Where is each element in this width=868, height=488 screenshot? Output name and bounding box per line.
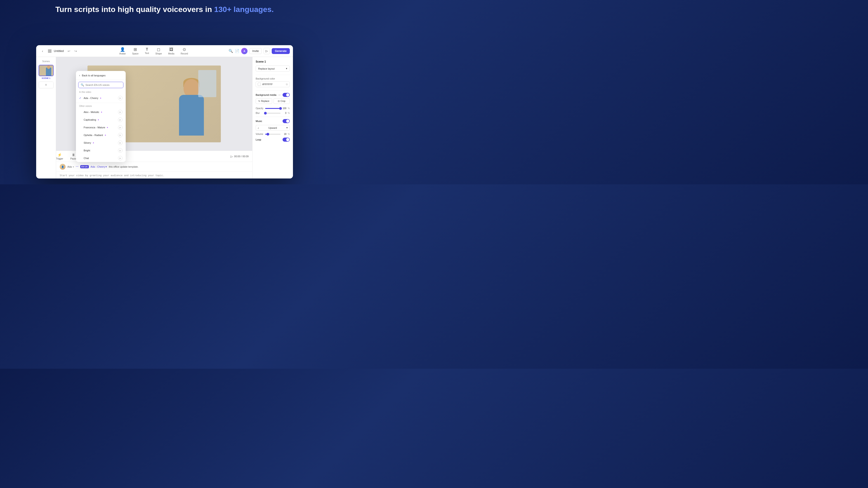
toolbar-space[interactable]: ⊞ Space xyxy=(132,47,138,55)
play-voice-chat[interactable]: ▷ xyxy=(118,156,123,160)
scene-1-thumbnail[interactable] xyxy=(39,65,54,76)
replace-button[interactable]: ↻ Replace xyxy=(256,98,272,104)
volume-slider[interactable] xyxy=(265,134,281,135)
media-actions: ↻ Replace ⊡ Crop xyxy=(256,98,290,104)
play-timeline-icon[interactable]: ▷ xyxy=(230,155,233,158)
replace-layout-dropdown[interactable]: Replace layout ▾ xyxy=(256,66,290,72)
user-avatar[interactable]: A xyxy=(241,48,248,54)
play-voice-ada-cheery[interactable]: ▷ xyxy=(118,96,123,100)
ai-star-icon: ✦ xyxy=(97,119,99,121)
loop-toggle[interactable] xyxy=(283,138,290,142)
preview-play-button[interactable]: ▷ xyxy=(264,48,270,54)
blur-slider[interactable] xyxy=(265,113,281,113)
hero-text-prefix: Turn scripts into high quality voiceover… xyxy=(55,5,214,13)
toolbar-media[interactable]: 🖼 Media xyxy=(168,47,174,55)
opacity-label: Opacity xyxy=(256,107,264,109)
opacity-row: Opacity 100 % xyxy=(256,107,290,109)
music-track-dropdown[interactable]: ♪ Upward ▾ xyxy=(256,125,290,131)
check-placeholder: ✓ xyxy=(79,126,82,129)
voice-item-chat[interactable]: ✓ Chat ▷ xyxy=(76,154,126,162)
voice-search-box[interactable]: 🔍 xyxy=(78,82,123,88)
ada-selector[interactable]: Ada ▾ xyxy=(67,165,74,168)
trigger-label: Trigger xyxy=(56,158,63,160)
main-layout: Scenes SCENE 1 + ‹ Back to all xyxy=(36,57,293,178)
check-icon: ✓ xyxy=(79,96,82,100)
toolbar-record-label: Record xyxy=(181,53,188,55)
search-button[interactable]: 🔍 xyxy=(228,49,233,53)
play-voice-captivating[interactable]: ▷ xyxy=(118,118,123,122)
check-placeholder: ✓ xyxy=(79,118,82,121)
replace-layout-label: Replace layout xyxy=(258,67,275,70)
music-toggle[interactable] xyxy=(283,119,290,123)
generate-button[interactable]: Generate xyxy=(272,48,290,54)
invite-button[interactable]: Invite xyxy=(249,48,262,54)
play-voice-ophelia[interactable]: ▷ xyxy=(118,133,123,137)
opacity-slider[interactable] xyxy=(265,108,281,109)
text-icon: T xyxy=(146,47,148,52)
redo-button[interactable]: ↪ xyxy=(73,48,79,54)
toolbar-shape-label: Shape xyxy=(155,53,162,55)
scene-1-name: SCENE 1 xyxy=(41,77,51,79)
menu-icon[interactable] xyxy=(48,50,52,53)
crop-icon: ⊡ xyxy=(278,100,280,102)
volume-thumb[interactable] xyxy=(267,133,269,135)
blur-unit: % xyxy=(288,112,290,114)
ada-name: Ada xyxy=(67,165,72,168)
title-bar: ‹ Untitled ↩ ↪ 👤 Avatar ⊞ Space T Text xyxy=(36,45,293,57)
back-button[interactable]: ‹ xyxy=(39,48,46,54)
scene-title: Scene 1 xyxy=(256,60,290,63)
divider xyxy=(256,90,290,91)
voice-item-alex[interactable]: ✓ Alex - Melodic ✦ ▷ xyxy=(76,108,126,116)
toolbar-text[interactable]: T Text xyxy=(145,47,149,55)
play-voice-alex[interactable]: ▷ xyxy=(118,110,123,114)
play-voice-silvery[interactable]: ▷ xyxy=(118,140,123,145)
trigger-button[interactable]: ⚡ Trigger xyxy=(56,153,63,160)
volume-label: Volume xyxy=(256,133,264,135)
script-avatar: 👤 xyxy=(60,164,66,170)
voice-search-input[interactable] xyxy=(86,84,121,86)
voice-item-ophelia[interactable]: ✓ Ophelia - Radiant ✦ ▷ xyxy=(76,131,126,139)
check-placeholder: ✓ xyxy=(79,141,82,144)
play-voice-francesca[interactable]: ▷ xyxy=(118,125,123,130)
color-copy-icon: ⧉ xyxy=(286,83,288,86)
record-icon: ⊙ xyxy=(183,47,186,52)
toolbar-record[interactable]: ⊙ Record xyxy=(181,47,188,55)
undo-button[interactable]: ↩ xyxy=(66,48,72,54)
lang-badge: EN-US xyxy=(80,165,89,168)
bg-color-input[interactable]: #FFFFFF ⧉ xyxy=(256,81,290,87)
voice-item-captivating[interactable]: ✓ Captivating ✦ ▷ xyxy=(76,116,126,124)
divider xyxy=(256,75,290,75)
back-languages-label: Back to all languages xyxy=(82,74,105,77)
blur-thumb[interactable] xyxy=(264,112,267,115)
voice-item-francesca[interactable]: ✓ Francesca - Mature ✦ ▷ xyxy=(76,124,126,131)
replace-icon: ↻ xyxy=(258,100,260,102)
voice-chevron: ▾ xyxy=(105,165,107,168)
ai-star-icon: ✦ xyxy=(101,111,102,113)
selected-voice-name: Ada - Cheery xyxy=(91,165,105,168)
bg-media-label: Background media xyxy=(256,94,276,96)
crop-button[interactable]: ⊡ Crop xyxy=(274,98,290,104)
voice-item-silvery[interactable]: ✓ Silvery ✦ ▷ xyxy=(76,139,126,147)
media-icon: 🖼 xyxy=(169,47,174,52)
right-toolbar: 🔍 📄 A Invite ▷ Generate xyxy=(228,48,290,54)
wave-icon: 〰 xyxy=(76,165,79,168)
volume-value: 18 xyxy=(282,133,286,135)
toolbar-avatar[interactable]: 👤 Avatar xyxy=(119,47,126,55)
voice-item-bright[interactable]: ✓ Bright ▷ xyxy=(76,147,126,154)
bg-media-toggle[interactable] xyxy=(283,93,290,97)
voice-item-ada-cheery[interactable]: ✓ Ada - Cheery ✦ ▷ xyxy=(76,94,126,102)
toolbar-space-label: Space xyxy=(132,53,138,55)
app-window: ‹ Untitled ↩ ↪ 👤 Avatar ⊞ Space T Text xyxy=(36,45,293,178)
trigger-icon: ⚡ xyxy=(57,153,62,157)
more-icon[interactable]: ··· xyxy=(278,94,281,96)
toolbar-shape[interactable]: ◻ Shape xyxy=(155,47,162,55)
add-scene-button[interactable]: + xyxy=(39,82,54,88)
play-voice-bright[interactable]: ▷ xyxy=(118,148,123,153)
opacity-thumb[interactable] xyxy=(279,107,282,110)
voice-selector[interactable]: Ada - Cheery ▾ xyxy=(91,165,107,168)
back-to-languages[interactable]: ‹ Back to all languages xyxy=(76,71,126,79)
divider xyxy=(256,117,290,117)
check-placeholder: ✓ xyxy=(79,133,82,137)
blur-row: Blur 0 % xyxy=(256,112,290,114)
present-button[interactable]: 📄 xyxy=(235,49,239,53)
